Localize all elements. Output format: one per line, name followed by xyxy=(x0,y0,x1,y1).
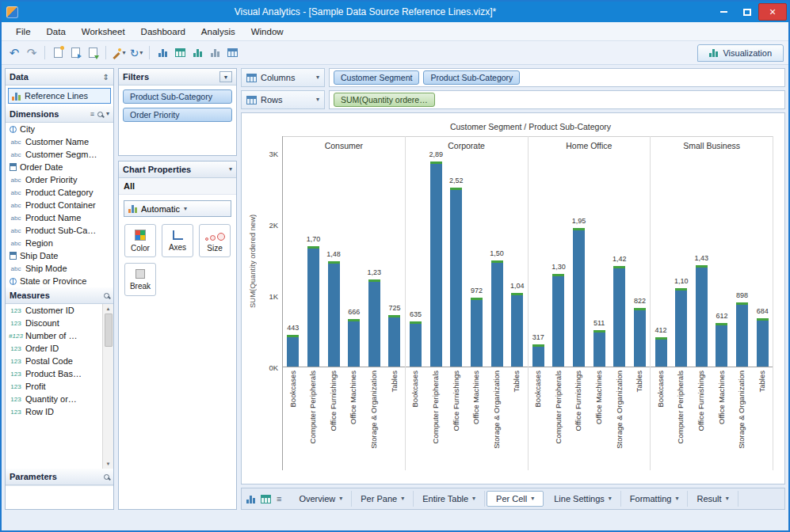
tab-per-cell[interactable]: Per Cell▾ xyxy=(487,491,544,507)
sort-panels-icon[interactable]: ⇕ xyxy=(103,73,109,82)
tab-per-pane[interactable]: Per Pane▾ xyxy=(352,491,414,507)
bar-mark[interactable] xyxy=(613,266,625,367)
dimension-item-product-container[interactable]: abcProduct Container xyxy=(6,199,113,211)
small-multiples-button[interactable] xyxy=(207,44,223,62)
group-fields-icon[interactable]: ≡ xyxy=(90,110,94,118)
measure-item-discount[interactable]: 123Discount xyxy=(6,317,102,329)
column-pill-product-sub-category[interactable]: Product Sub-Category xyxy=(423,70,520,85)
bar-mark[interactable] xyxy=(634,308,646,367)
bar-mark[interactable] xyxy=(450,188,462,367)
scroll-down-icon[interactable]: ▼ xyxy=(106,459,111,469)
measure-item-postal-code[interactable]: 123Postal Code xyxy=(6,355,102,367)
filter-pill-order-priority[interactable]: Order Priority xyxy=(123,108,232,122)
scrollbar-thumb[interactable] xyxy=(105,314,113,347)
dimension-item-ship-date[interactable]: Ship Date xyxy=(6,249,113,262)
bar-mark[interactable] xyxy=(430,162,442,367)
bar-mark[interactable] xyxy=(655,337,667,367)
bar-mark[interactable] xyxy=(307,246,319,367)
bar-mark[interactable] xyxy=(287,335,299,367)
bar-mark[interactable] xyxy=(532,344,544,367)
bar-mark[interactable] xyxy=(675,288,687,367)
bar-mark[interactable] xyxy=(552,274,564,367)
maximize-button[interactable] xyxy=(735,4,758,20)
dimension-item-order-priority[interactable]: abcOrder Priority xyxy=(6,173,113,186)
menu-item-window[interactable]: Window xyxy=(243,22,292,40)
menu-item-worksheet[interactable]: Worksheet xyxy=(74,22,133,40)
columns-shelf-button[interactable]: Columns ▾ xyxy=(241,68,325,87)
rows-shelf-button[interactable]: Rows ▾ xyxy=(241,90,325,109)
bar-mark[interactable] xyxy=(573,228,585,367)
menu-item-dashboard[interactable]: Dashboard xyxy=(133,22,193,40)
tab-entire-table[interactable]: Entire Table▾ xyxy=(414,491,485,507)
measure-item-row-id[interactable]: 123Row ID xyxy=(6,405,102,418)
dimension-item-product-name[interactable]: abcProduct Name xyxy=(6,211,113,224)
tab-result[interactable]: Result▾ xyxy=(688,491,738,507)
measure-item-number-of[interactable]: #123Number of … xyxy=(6,329,102,342)
row-pill-sum-quantity-ordere[interactable]: SUM(Quantity ordere… xyxy=(334,93,435,107)
chevron-down-icon[interactable]: ▾ xyxy=(106,111,109,117)
save-button[interactable] xyxy=(85,44,101,62)
tab-overview[interactable]: Overview▾ xyxy=(290,491,352,507)
measure-item-product-bas[interactable]: 123Product Bas… xyxy=(6,367,102,380)
columns-shelf[interactable]: Customer SegmentProduct Sub-Category xyxy=(329,68,785,87)
measure-item-order-id[interactable]: 123Order ID xyxy=(6,342,102,355)
measure-item-profit[interactable]: 123Profit xyxy=(6,380,102,393)
dimension-item-product-category[interactable]: abcProduct Category xyxy=(6,186,113,199)
bar-mark[interactable] xyxy=(736,302,748,367)
visualization-tab[interactable]: Visualization xyxy=(697,44,784,62)
scroll-up-icon[interactable]: ▲ xyxy=(106,304,111,314)
bar-mark[interactable] xyxy=(593,330,605,367)
menu-item-data[interactable]: Data xyxy=(39,22,74,40)
bar-mark[interactable] xyxy=(410,321,422,367)
measure-item-customer-id[interactable]: 123Customer ID xyxy=(6,304,102,317)
undo-button[interactable]: ↶ xyxy=(6,44,22,62)
redo-button[interactable]: ↷ xyxy=(24,44,40,62)
color-button[interactable]: Color xyxy=(124,224,156,257)
dimension-item-customer-name[interactable]: abcCustomer Name xyxy=(6,135,113,148)
tab-line-settings[interactable]: Line Settings▾ xyxy=(545,491,621,507)
minimize-button[interactable] xyxy=(712,4,735,20)
summary-table-button[interactable] xyxy=(224,44,240,62)
filters-menu-button[interactable]: ▼ xyxy=(219,71,232,82)
dimension-item-ship-mode[interactable]: abcShip Mode xyxy=(6,262,113,275)
bar-mark[interactable] xyxy=(348,319,360,367)
bar-mark[interactable] xyxy=(328,261,340,367)
filter-pill-product-sub-category[interactable]: Product Sub-Category xyxy=(123,89,232,104)
measure-item-quantity-or[interactable]: 123Quantity or… xyxy=(6,393,102,405)
chart-view-icon[interactable] xyxy=(246,495,255,504)
menu-item-file[interactable]: File xyxy=(8,22,39,40)
search-icon[interactable] xyxy=(104,474,109,480)
bar-mark[interactable] xyxy=(471,298,483,367)
search-icon[interactable] xyxy=(97,112,103,117)
data-source-item[interactable]: Reference Lines xyxy=(8,88,111,104)
dimension-item-state-or-province[interactable]: State or Province xyxy=(6,275,113,287)
dimension-item-region[interactable]: abcRegion xyxy=(6,237,113,249)
crosstab-button[interactable] xyxy=(172,44,188,62)
collapse-icon[interactable]: ▾ xyxy=(229,166,232,173)
dimension-item-city[interactable]: City xyxy=(6,123,113,135)
close-button[interactable]: × xyxy=(758,3,787,21)
bar-mark[interactable] xyxy=(511,293,523,367)
new-sheet-button[interactable] xyxy=(50,44,66,62)
refresh-button[interactable]: ↻▾ xyxy=(128,44,144,62)
chart-type-select[interactable]: Automatic ▾ xyxy=(124,200,231,217)
size-button[interactable]: Size xyxy=(199,224,231,257)
axis-chart-button[interactable] xyxy=(189,44,205,62)
axes-button[interactable]: Axes xyxy=(162,224,193,257)
title-bar[interactable]: Visual Analytics - [Sample Data Source R… xyxy=(2,2,788,22)
menu-item-analysis[interactable]: Analysis xyxy=(193,22,243,40)
wizard-button[interactable]: ▾ xyxy=(111,44,127,62)
break-button[interactable]: Break xyxy=(124,263,156,296)
crosstab-view-icon[interactable] xyxy=(261,495,271,504)
bar-mark[interactable] xyxy=(491,260,503,367)
bar-mark[interactable] xyxy=(716,323,727,367)
bar-mark[interactable] xyxy=(368,279,380,367)
bar-mark[interactable] xyxy=(757,318,769,367)
rows-shelf[interactable]: SUM(Quantity ordere… xyxy=(329,90,785,109)
bar-chart-button[interactable] xyxy=(155,44,170,62)
column-pill-customer-segment[interactable]: Customer Segment xyxy=(334,70,419,85)
search-icon[interactable] xyxy=(104,293,109,298)
measures-scrollbar[interactable]: ▲ ▼ xyxy=(102,304,113,469)
open-button[interactable] xyxy=(67,44,83,62)
dimension-item-order-date[interactable]: Order Date xyxy=(6,161,113,173)
